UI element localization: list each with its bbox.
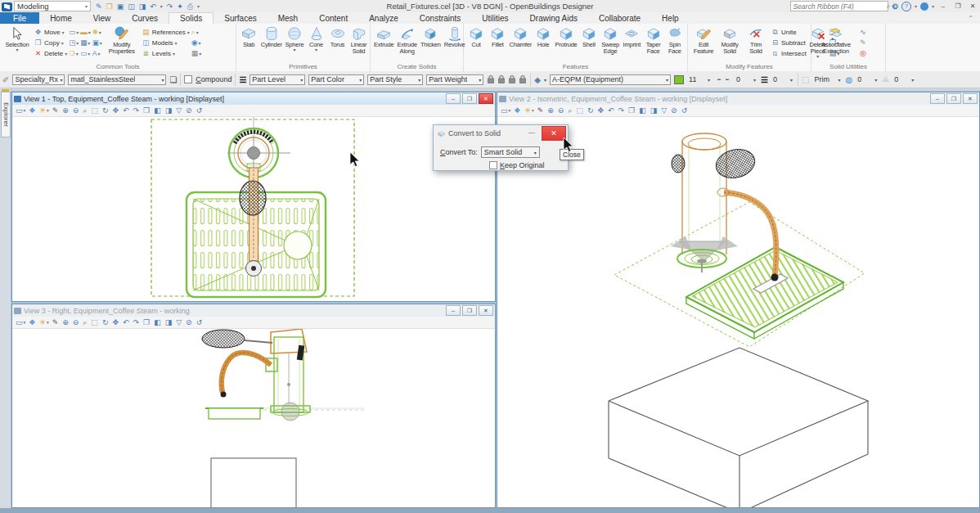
ribbon-tool-button[interactable]: Extrude Along bbox=[396, 25, 417, 55]
convert-to-select[interactable]: Smart Solid ▾ bbox=[481, 146, 540, 158]
active-workset-icon[interactable]: ◆ bbox=[534, 75, 541, 84]
small-tool-button[interactable]: ❐ Copy ▾ bbox=[34, 38, 67, 47]
ribbon-tab[interactable]: Constraints bbox=[409, 12, 472, 24]
single-view-icon[interactable]: ◧ bbox=[639, 106, 647, 115]
ribbon-tool-button[interactable]: Shell bbox=[579, 25, 599, 48]
view1-canvas[interactable] bbox=[12, 117, 495, 301]
lock-icon[interactable] bbox=[487, 74, 495, 84]
title-bar[interactable]: Modeling ▾ ✎ ❒ ▣ ◫ ◨ ↶ ▾ ↷ ✦ ⎙ ▾ Retail_… bbox=[0, 0, 980, 12]
view-display-icon[interactable]: ▭ ▾ bbox=[501, 106, 510, 115]
ribbon-tab[interactable]: File bbox=[0, 12, 39, 24]
copy-view-icon[interactable]: ❐ bbox=[143, 318, 151, 326]
small-tool-button[interactable]: ✕ Delete ▾ bbox=[34, 48, 67, 58]
zoom-out-icon[interactable]: ⊖ bbox=[73, 318, 80, 326]
ribbon-tool-button[interactable]: Associative Extraction bbox=[814, 25, 858, 55]
part-style-combo[interactable]: Part Style▾ bbox=[367, 74, 423, 85]
save-settings-icon[interactable]: ◫ bbox=[128, 2, 135, 11]
view-close-button[interactable]: ✕ bbox=[479, 93, 493, 104]
ribbon-tool-button[interactable]: Edit Feature bbox=[690, 25, 717, 55]
display-style-icon[interactable]: ❖ bbox=[29, 318, 36, 326]
boolean-tool-button[interactable]: ⧉ Unite bbox=[771, 27, 807, 37]
display-rules-icon[interactable]: ▦ ▾ bbox=[191, 48, 202, 58]
print-icon[interactable]: ⎙ bbox=[187, 2, 193, 11]
zoom-out-icon[interactable]: ⊖ bbox=[558, 106, 565, 115]
ribbon-tool-button[interactable]: Modify Solid bbox=[717, 25, 743, 55]
view2-title-bar[interactable]: View 2 - Isometric, Equipment_Coffee Ste… bbox=[497, 92, 979, 105]
material-combo[interactable]: matl_StainlessSteel▾ bbox=[68, 74, 166, 85]
part-weight-combo[interactable]: Part Weight▾ bbox=[426, 74, 483, 85]
view2-canvas[interactable] bbox=[497, 117, 979, 507]
clip-mask-icon[interactable]: ⊘ bbox=[186, 106, 193, 115]
small-tool-button[interactable]: ◫ Models ▾ bbox=[142, 38, 190, 47]
view-display-icon[interactable]: ▭ ▾ bbox=[16, 318, 25, 326]
target-utility-icon[interactable]: ◎ bbox=[860, 48, 866, 58]
bulb-icon[interactable]: ❋ ▾ bbox=[92, 27, 102, 37]
view-setup-icon[interactable]: ✳ ▾ bbox=[39, 106, 48, 115]
lock-icon[interactable] bbox=[519, 74, 527, 84]
compound-checkbox[interactable] bbox=[184, 75, 192, 83]
rotate-view-icon[interactable]: ↻ bbox=[102, 106, 110, 115]
zoom-tool-icon[interactable]: ⌕ ▾ bbox=[191, 27, 202, 37]
part-color-combo[interactable]: Part Color▾ bbox=[308, 74, 364, 85]
clip-mask-icon[interactable]: ⊘ bbox=[186, 318, 193, 326]
line-style-icon[interactable]: ☰ bbox=[239, 75, 246, 84]
clip-volume-icon[interactable]: ▽ bbox=[176, 318, 182, 326]
view-restore-button[interactable]: ❐ bbox=[462, 93, 477, 104]
boolean-tool-button[interactable]: ⊟ Subtract bbox=[771, 38, 807, 47]
window-area-icon[interactable]: ⌕ bbox=[83, 106, 88, 115]
single-view-icon[interactable]: ◧ bbox=[154, 106, 162, 115]
view-minimize-button[interactable]: – bbox=[446, 305, 461, 316]
view-close-button[interactable]: ✕ bbox=[963, 93, 978, 104]
dialog-close-button[interactable]: ✕ bbox=[542, 126, 566, 141]
transparency-combo[interactable]: 0▾ bbox=[892, 74, 915, 85]
zoom-in-icon[interactable]: ⊕ bbox=[547, 106, 555, 115]
view-previous-icon[interactable]: ↶ bbox=[608, 106, 615, 115]
open-folder-icon[interactable]: ❒ bbox=[106, 2, 113, 11]
avatar[interactable] bbox=[920, 2, 928, 11]
ribbon-tool-button[interactable]: Cylinder bbox=[260, 25, 283, 48]
rotate-view-icon[interactable]: ↻ bbox=[102, 318, 110, 326]
ribbon-tool-button[interactable]: Hole bbox=[533, 25, 553, 48]
ribbon-tab[interactable]: Collaborate bbox=[588, 12, 651, 24]
pencil-utility-icon[interactable]: ✎ bbox=[860, 38, 866, 47]
ribbon-tool-button[interactable]: Imprint bbox=[622, 25, 641, 48]
dialog-minimize-button[interactable]: — bbox=[528, 128, 535, 136]
zoom-out-icon[interactable]: ⊖ bbox=[73, 106, 80, 115]
brush-icon[interactable]: ✎ bbox=[537, 106, 545, 115]
copy-view-icon[interactable]: ❐ bbox=[143, 106, 151, 115]
maximize-button[interactable]: ❐ bbox=[952, 2, 964, 11]
clip-mask-icon[interactable]: ⊘ bbox=[671, 106, 678, 115]
window-icon[interactable]: ▭ ▾ bbox=[69, 27, 79, 37]
undo-icon[interactable]: ↶ bbox=[150, 2, 156, 11]
prim-class-combo[interactable]: Prim▾ bbox=[813, 74, 843, 85]
connect-advisor-icon[interactable]: ❂ bbox=[892, 2, 898, 11]
convert-to-solid-dialog[interactable]: Convert to Solid — ✕ Convert To: Smart S… bbox=[433, 124, 569, 171]
view-next-icon[interactable]: ↷ bbox=[133, 318, 141, 326]
view-restore-button[interactable]: ❐ bbox=[946, 93, 961, 104]
ribbon-tool-button[interactable]: Spin Face bbox=[665, 25, 685, 55]
view1-title-bar[interactable]: View 1 - Top, Equipment_Coffee Steam - w… bbox=[12, 92, 495, 105]
ribbon-tab[interactable]: Surfaces bbox=[214, 12, 267, 24]
ribbon-search[interactable]: ⌕ ▾ bbox=[790, 1, 888, 11]
ribbon-tool-button[interactable]: Cone ▾ bbox=[307, 25, 326, 52]
item-browser-icon[interactable]: ◨ bbox=[139, 2, 146, 11]
view3-canvas[interactable] bbox=[12, 329, 495, 507]
view-setup-icon[interactable]: ✳ ▾ bbox=[524, 106, 533, 115]
boolean-tool-button[interactable]: ⧅ Intersect bbox=[771, 48, 807, 58]
save-icon[interactable]: ▣ bbox=[117, 2, 124, 11]
ribbon-tool-button[interactable]: Sweep Edge bbox=[600, 25, 620, 55]
match-attributes-icon[interactable]: ❏ bbox=[169, 75, 177, 84]
chevron-down-icon[interactable]: ▾ bbox=[915, 3, 917, 9]
fence-icon[interactable]: ◳ ▾ bbox=[69, 38, 79, 47]
active-color-swatch[interactable] bbox=[674, 75, 684, 84]
specialty-combo[interactable]: Specialty_Rx▾ bbox=[12, 74, 65, 85]
ribbon-tool-button[interactable]: Slab bbox=[239, 25, 258, 48]
info-icon[interactable]: ◉ ▾ bbox=[191, 38, 202, 47]
active-level-combo[interactable]: A-EQPM (Equipment)▾ bbox=[550, 74, 671, 85]
active-style-combo[interactable]: 0▾ bbox=[735, 74, 757, 85]
qat-overflow-icon[interactable]: ▾ bbox=[197, 2, 200, 11]
view-previous-icon[interactable]: ↶ bbox=[123, 318, 130, 326]
ribbon-tool-button[interactable]: Revolve bbox=[443, 25, 466, 48]
ribbon-tool-button[interactable]: Taper Face bbox=[644, 25, 663, 55]
brush-icon[interactable]: ✎ bbox=[52, 106, 60, 115]
